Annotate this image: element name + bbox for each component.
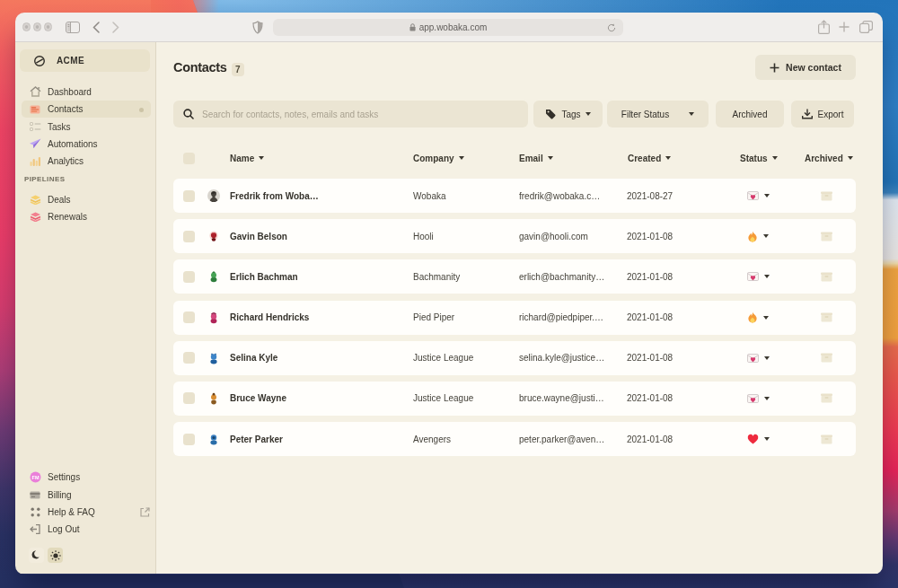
svg-text:FM: FM — [31, 475, 39, 480]
